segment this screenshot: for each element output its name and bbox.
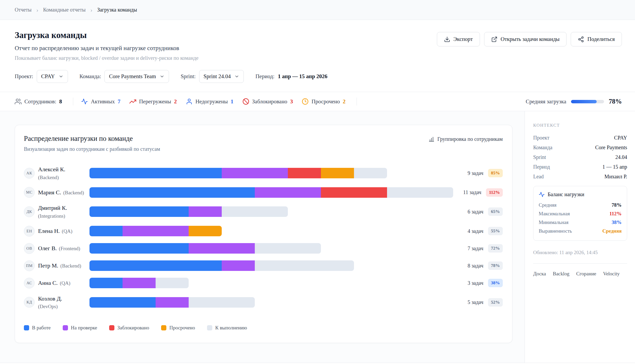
breadcrumb-current: Загрузка команды xyxy=(97,7,137,13)
bar-segment[interactable] xyxy=(89,226,123,236)
bar-segment[interactable] xyxy=(255,243,321,254)
legend-label: Заблокировано xyxy=(117,325,149,331)
person-label: Елена Н.(QA) xyxy=(38,227,72,235)
quick-link[interactable]: Сгорание xyxy=(576,271,596,277)
team-filter-label: Команда: xyxy=(80,73,101,80)
stat-overdue-label: Просрочено xyxy=(311,98,340,105)
stat-overdue-value: 2 xyxy=(343,98,346,105)
person-role: (QA) xyxy=(60,280,70,286)
bar-segment[interactable] xyxy=(89,187,255,198)
export-button[interactable]: Экспорт xyxy=(437,32,480,46)
chart-row: МС Мария С.(Backend) 11 задач 112% xyxy=(24,187,503,198)
workload-bar[interactable] xyxy=(89,226,222,236)
workload-bar[interactable] xyxy=(89,260,354,271)
person-name: Алексей К. xyxy=(38,166,65,173)
breadcrumb-link[interactable]: Отчеты xyxy=(15,7,31,13)
quick-link[interactable]: Backlog xyxy=(553,271,569,277)
stat-active: Активных 7 xyxy=(81,98,120,105)
workload-bar[interactable] xyxy=(89,243,321,254)
workload-bar[interactable] xyxy=(89,187,453,198)
avatar: КД xyxy=(24,297,35,308)
trending-up-icon xyxy=(129,98,136,105)
bar-segment[interactable] xyxy=(189,226,222,236)
period-filter: Период: 1 апр — 15 апр 2026 xyxy=(255,73,327,80)
bar-segment[interactable] xyxy=(189,297,255,308)
project-select[interactable]: CPAY xyxy=(37,70,68,83)
row-meta: 5 задач 52% xyxy=(454,298,503,307)
bar-segment[interactable] xyxy=(255,260,354,271)
bar-segment[interactable] xyxy=(123,278,156,288)
open-team-tasks-button[interactable]: Открыть задачи команды xyxy=(484,32,567,46)
grouping-control[interactable]: Группировка по сотрудникам xyxy=(428,136,503,142)
person-label: Козлов Д.(DevOps) xyxy=(38,295,62,310)
load-badge: 85% xyxy=(488,169,503,177)
bar-segment[interactable] xyxy=(321,168,354,178)
context-row: Проект CPAY xyxy=(533,135,627,141)
workload-bar[interactable] xyxy=(89,297,255,308)
context-label: Проект xyxy=(533,135,549,141)
quick-link[interactable]: Velocity xyxy=(603,271,620,277)
ban-icon xyxy=(242,98,249,105)
team-select[interactable]: Core Payments Team xyxy=(104,70,169,83)
breadcrumb-link[interactable]: Командные отчеты xyxy=(43,7,86,13)
page-subtitle: Отчет по распределению задач и текущей н… xyxy=(15,45,198,52)
person-name: Мария С. xyxy=(38,189,61,196)
context-row: Команда Core Payments xyxy=(533,144,627,151)
bar-segment[interactable] xyxy=(156,278,189,288)
legend-label: В работе xyxy=(32,325,51,331)
balance-value: 112% xyxy=(610,211,622,217)
quick-links: ДоскаBacklogСгораниеVelocity xyxy=(533,263,627,277)
legend-label: Просрочено xyxy=(169,325,195,331)
context-panel: КОНТЕКСТ Проект CPAYКоманда Core Payment… xyxy=(525,111,635,363)
person-role: (Backend) xyxy=(63,190,84,195)
bar-segment[interactable] xyxy=(222,168,288,178)
period-filter-label: Период: xyxy=(255,73,274,80)
filters-bar: Проект: CPAY Команда: Core Payments Team… xyxy=(0,61,635,83)
bar-segment[interactable] xyxy=(321,187,387,198)
bar-segment[interactable] xyxy=(189,206,222,217)
context-label: Период xyxy=(533,164,550,170)
bar-segment[interactable] xyxy=(387,187,453,198)
share-button[interactable]: Поделиться xyxy=(571,32,622,46)
chart-card-header: Распределение нагрузки по команде Визуал… xyxy=(24,135,503,152)
bar-segment[interactable] xyxy=(189,243,255,254)
bar-segment[interactable] xyxy=(89,243,189,254)
workload-bar[interactable] xyxy=(89,206,288,217)
project-select-value: CPAY xyxy=(41,73,55,80)
bar-segment[interactable] xyxy=(89,168,222,178)
stat-employees: Сотрудников: 8 xyxy=(15,98,62,105)
stat-average-load: Средняя загрузка 78% xyxy=(526,98,622,105)
bar-chart-icon xyxy=(428,136,435,142)
sprint-select[interactable]: Sprint 24.04 xyxy=(199,70,244,83)
legend-swatch xyxy=(63,325,68,330)
bar-segment[interactable] xyxy=(222,260,255,271)
bar-segment[interactable] xyxy=(222,206,288,217)
chevron-down-icon xyxy=(160,74,165,79)
bar-segment[interactable] xyxy=(89,278,123,288)
page-header: Загрузка команды Отчет по распределению … xyxy=(0,20,635,61)
bar-segment[interactable] xyxy=(123,226,189,236)
bar-segment[interactable] xyxy=(255,187,321,198)
row-meta: 11 задач 112% xyxy=(454,188,503,197)
project-filter-label: Проект: xyxy=(15,73,33,80)
bar-segment[interactable] xyxy=(89,260,222,271)
tasks-count: 9 задач xyxy=(468,170,483,176)
bar-segment[interactable] xyxy=(156,297,189,308)
bar-segment[interactable] xyxy=(354,168,387,178)
load-badge: 55% xyxy=(488,227,503,235)
person-label: Анна С.(QA) xyxy=(38,279,70,287)
quick-link[interactable]: Доска xyxy=(533,271,546,277)
bar-segment[interactable] xyxy=(288,168,321,178)
page-note: Показывает баланс нагрузки, blocked / ov… xyxy=(15,55,198,61)
person-cell: ОВ Олег В.(Frontend) xyxy=(24,243,89,254)
page-title: Загрузка команды xyxy=(15,30,198,40)
context-row: Lead Михаил Р. xyxy=(533,174,627,180)
balance-row: Средняя 78% xyxy=(539,202,622,208)
context-row: Период 1 — 15 апр xyxy=(533,164,627,170)
bar-segment[interactable] xyxy=(89,297,156,308)
workload-bar[interactable] xyxy=(89,168,387,178)
bar-segment[interactable] xyxy=(89,206,189,217)
user-icon xyxy=(186,98,193,105)
workload-bar[interactable] xyxy=(89,278,189,288)
tasks-count: 4 задач xyxy=(468,228,483,234)
